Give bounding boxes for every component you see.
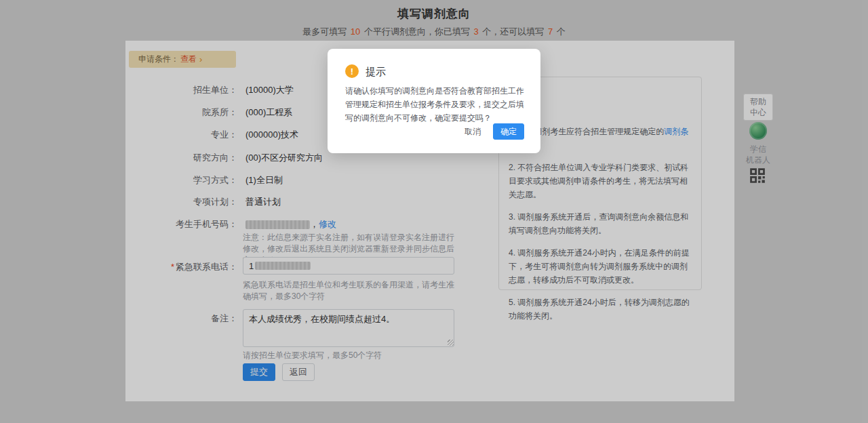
cancel-button[interactable]: 取消: [465, 126, 481, 138]
dialog-message: 请确认你填写的调剂意向是否符合教育部招生工作管理规定和招生单位报考条件及要求，提…: [345, 84, 527, 125]
confirm-button[interactable]: 确定: [493, 123, 524, 140]
dialog-title: 提示: [366, 66, 386, 79]
confirm-dialog: ! 提示 请确认你填写的调剂意向是否符合教育部招生工作管理规定和招生单位报考条件…: [328, 49, 540, 153]
page: 填写调剂意向 最多可填写 10 个平行调剂意向，你已填写 3 个，还可以填写 7…: [0, 0, 868, 423]
dialog-actions: 取消 确定: [465, 123, 524, 140]
info-icon: !: [345, 64, 359, 78]
